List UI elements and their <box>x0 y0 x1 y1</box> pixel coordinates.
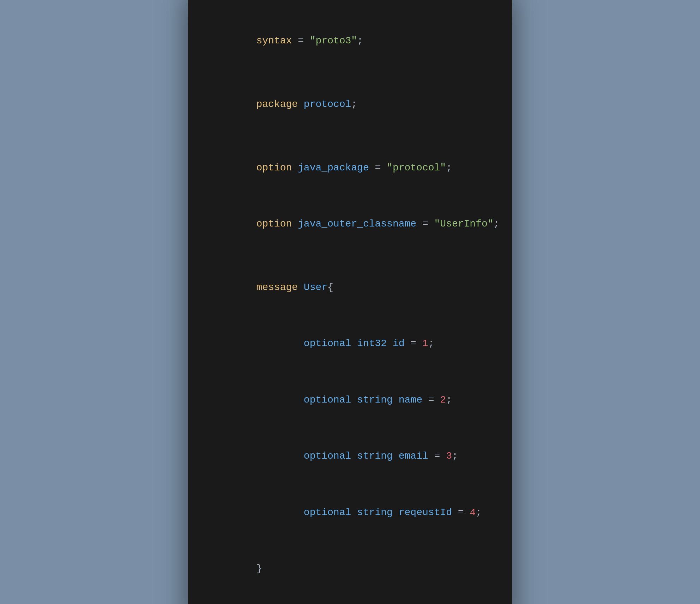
code-line-message: message User{ <box>209 259 491 315</box>
spacer-1 <box>209 69 491 76</box>
spacer-2 <box>209 132 491 139</box>
code-block: syntax = "proto3"; package protocol; opt… <box>188 6 512 600</box>
code-line-option1: option java_package = "protocol"; <box>209 139 491 196</box>
titlebar <box>188 0 512 6</box>
code-line-field2: optional string name = 2; <box>209 372 491 428</box>
code-line-field1: optional int32 id = 1; <box>209 315 491 372</box>
code-window: syntax = "proto3"; package protocol; opt… <box>188 0 512 604</box>
code-line-package: package protocol; <box>209 76 491 133</box>
code-line-field3: optional string email = 3; <box>209 428 491 484</box>
code-line-field4: optional string reqeustId = 4; <box>209 484 491 541</box>
code-line-option2: option java_outer_classname = "UserInfo"… <box>209 196 491 252</box>
code-line-close: } <box>209 540 491 597</box>
code-line-syntax: syntax = "proto3"; <box>209 13 491 69</box>
spacer-3 <box>209 252 491 259</box>
